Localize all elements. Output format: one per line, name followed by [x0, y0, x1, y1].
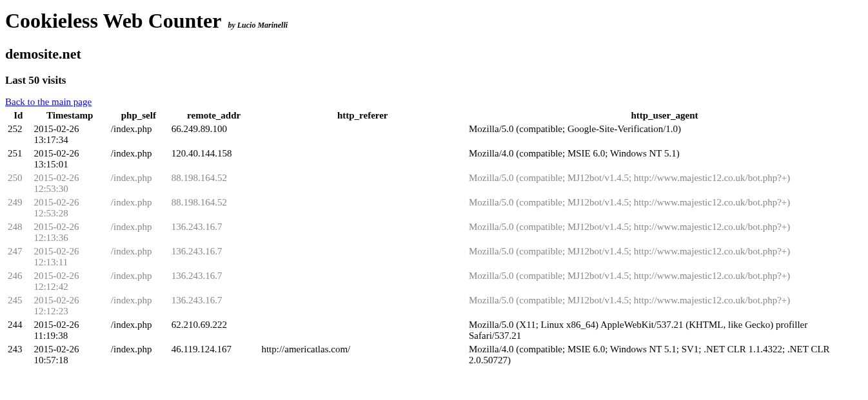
cell-self: /index.php [108, 196, 169, 220]
cell-ua: Mozilla/5.0 (compatible; MJ12bot/v1.4.5;… [466, 269, 863, 294]
col-http-referer: http_referer [259, 109, 466, 122]
cell-id: 246 [5, 269, 31, 294]
table-row: 2432015-02-26 10:57:18/index.php46.119.1… [5, 343, 863, 367]
cell-self: /index.php [108, 147, 169, 171]
table-row: 2502015-02-26 12:53:30/index.php88.198.1… [5, 171, 863, 196]
cell-ts: 2015-02-26 12:53:30 [31, 171, 108, 196]
cell-ref [259, 147, 466, 171]
cell-id: 243 [5, 343, 31, 367]
col-id: Id [5, 109, 31, 122]
cell-self: /index.php [108, 269, 169, 294]
cell-self: /index.php [108, 171, 169, 196]
cell-ts: 2015-02-26 13:15:01 [31, 147, 108, 171]
byline: by Lucio Marinelli [228, 21, 288, 30]
cell-ts: 2015-02-26 12:12:42 [31, 269, 108, 294]
cell-addr: 46.119.124.167 [169, 343, 259, 367]
cell-id: 250 [5, 171, 31, 196]
cell-self: /index.php [108, 294, 169, 318]
cell-addr: 62.210.69.222 [169, 318, 259, 343]
subtitle: Last 50 visits [5, 74, 863, 87]
cell-ua: Mozilla/5.0 (compatible; MJ12bot/v1.4.5;… [466, 196, 863, 220]
table-row: 2462015-02-26 12:12:42/index.php136.243.… [5, 269, 863, 294]
cell-self: /index.php [108, 122, 169, 147]
cell-addr: 136.243.16.7 [169, 245, 259, 269]
table-row: 2452015-02-26 12:12:23/index.php136.243.… [5, 294, 863, 318]
table-row: 2472015-02-26 12:13:11/index.php136.243.… [5, 245, 863, 269]
cell-ua: Mozilla/4.0 (compatible; MSIE 6.0; Windo… [466, 343, 863, 367]
cell-id: 247 [5, 245, 31, 269]
cell-self: /index.php [108, 245, 169, 269]
cell-ref [259, 220, 466, 245]
cell-ua: Mozilla/5.0 (compatible; MJ12bot/v1.4.5;… [466, 245, 863, 269]
cell-addr: 136.243.16.7 [169, 294, 259, 318]
cell-id: 245 [5, 294, 31, 318]
cell-ref [259, 318, 466, 343]
back-link[interactable]: Back to the main page [5, 97, 92, 107]
table-header-row: Id Timestamp php_self remote_addr http_r… [5, 109, 863, 122]
cell-ua: Mozilla/5.0 (X11; Linux x86_64) AppleWeb… [466, 318, 863, 343]
cell-ref [259, 196, 466, 220]
cell-ua: Mozilla/5.0 (compatible; MJ12bot/v1.4.5;… [466, 294, 863, 318]
table-row: 2512015-02-26 13:15:01/index.php120.40.1… [5, 147, 863, 171]
visits-table: Id Timestamp php_self remote_addr http_r… [5, 109, 863, 367]
table-row: 2522015-02-26 13:17:34/index.php66.249.8… [5, 122, 863, 147]
cell-id: 252 [5, 122, 31, 147]
cell-ref [259, 294, 466, 318]
cell-ref: http://americatlas.com/ [259, 343, 466, 367]
cell-ref [259, 122, 466, 147]
cell-ts: 2015-02-26 12:53:28 [31, 196, 108, 220]
cell-ts: 2015-02-26 13:17:34 [31, 122, 108, 147]
cell-ua: Mozilla/4.0 (compatible; MSIE 6.0; Windo… [466, 147, 863, 171]
cell-self: /index.php [108, 343, 169, 367]
cell-addr: 136.243.16.7 [169, 220, 259, 245]
cell-addr: 66.249.89.100 [169, 122, 259, 147]
col-timestamp: Timestamp [31, 109, 108, 122]
cell-ts: 2015-02-26 11:19:38 [31, 318, 108, 343]
cell-addr: 120.40.144.158 [169, 147, 259, 171]
cell-ts: 2015-02-26 10:57:18 [31, 343, 108, 367]
cell-addr: 88.198.164.52 [169, 171, 259, 196]
cell-id: 244 [5, 318, 31, 343]
cell-ts: 2015-02-26 12:13:11 [31, 245, 108, 269]
table-row: 2492015-02-26 12:53:28/index.php88.198.1… [5, 196, 863, 220]
table-row: 2482015-02-26 12:13:36/index.php136.243.… [5, 220, 863, 245]
table-row: 2442015-02-26 11:19:38/index.php62.210.6… [5, 318, 863, 343]
site-name: demosite.net [5, 46, 863, 62]
cell-ref [259, 245, 466, 269]
cell-addr: 136.243.16.7 [169, 269, 259, 294]
cell-ua: Mozilla/5.0 (compatible; Google-Site-Ver… [466, 122, 863, 147]
col-php-self: php_self [108, 109, 169, 122]
cell-ua: Mozilla/5.0 (compatible; MJ12bot/v1.4.5;… [466, 220, 863, 245]
cell-id: 249 [5, 196, 31, 220]
cell-id: 248 [5, 220, 31, 245]
cell-ua: Mozilla/5.0 (compatible; MJ12bot/v1.4.5;… [466, 171, 863, 196]
cell-self: /index.php [108, 220, 169, 245]
cell-self: /index.php [108, 318, 169, 343]
col-remote-addr: remote_addr [169, 109, 259, 122]
cell-ref [259, 171, 466, 196]
cell-ref [259, 269, 466, 294]
cell-ts: 2015-02-26 12:12:23 [31, 294, 108, 318]
cell-ts: 2015-02-26 12:13:36 [31, 220, 108, 245]
col-http-user-agent: http_user_agent [466, 109, 863, 122]
cell-id: 251 [5, 147, 31, 171]
page-title: Cookieless Web Counter [5, 9, 221, 32]
cell-addr: 88.198.164.52 [169, 196, 259, 220]
